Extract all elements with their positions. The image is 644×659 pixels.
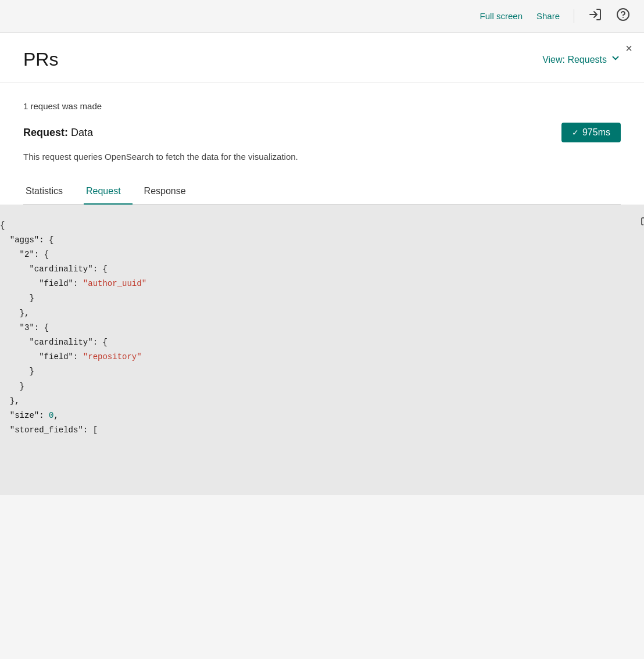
tabs: Statistics Request Response <box>23 180 621 205</box>
code-line: "3": { <box>0 321 632 335</box>
content: 1 request was made Request: Data ✓ 975ms… <box>0 83 644 205</box>
tab-request[interactable]: Request <box>84 180 133 205</box>
copy-icon[interactable] <box>641 215 644 238</box>
request-row: Request: Data ✓ 975ms <box>23 123 621 142</box>
share-link[interactable]: Share <box>536 11 560 21</box>
tab-statistics[interactable]: Statistics <box>23 180 74 205</box>
top-bar: Full screen Share <box>0 0 644 33</box>
code-line: "field": "repository" <box>0 350 632 364</box>
tab-response[interactable]: Response <box>142 180 198 205</box>
help-icon[interactable] <box>616 8 630 25</box>
request-label: Request: Data <box>23 127 93 139</box>
fullscreen-link[interactable]: Full screen <box>480 11 523 21</box>
request-description: This request queries OpenSearch to fetch… <box>23 151 621 164</box>
panel: PRs View: Requests × 1 request was made … <box>0 33 644 495</box>
request-count: 1 request was made <box>23 101 621 111</box>
chevron-down-icon <box>610 53 621 66</box>
code-block: { "aggs": { "2": { "cardinality": { "fie… <box>0 205 644 495</box>
login-icon[interactable] <box>588 8 602 25</box>
code-line: } <box>0 379 632 394</box>
code-line: "field": "author_uuid" <box>0 277 632 291</box>
code-line: }, <box>0 306 632 321</box>
code-line: { <box>0 219 632 233</box>
view-selector[interactable]: View: Requests <box>542 53 621 66</box>
code-line: "stored_fields": [ <box>0 423 632 438</box>
code-line: } <box>0 364 632 379</box>
string-value: "repository" <box>83 352 142 361</box>
code-line: "aggs": { <box>0 233 632 248</box>
code-line: "cardinality": { <box>0 262 632 277</box>
string-value: "author_uuid" <box>83 279 146 288</box>
page-title: PRs <box>23 49 58 70</box>
code-line: "2": { <box>0 248 632 262</box>
panel-header: PRs View: Requests × <box>0 33 644 83</box>
close-button[interactable]: × <box>625 42 632 55</box>
code-line: } <box>0 291 632 306</box>
status-badge: ✓ 975ms <box>561 123 621 142</box>
code-line: "size": 0, <box>0 409 632 423</box>
code-line: "cardinality": { <box>0 335 632 350</box>
top-bar-divider <box>574 9 574 23</box>
view-selector-label: View: Requests <box>542 55 607 65</box>
code-line: }, <box>0 394 632 409</box>
request-label-bold: Request: <box>23 127 68 138</box>
status-time: 975ms <box>582 127 610 138</box>
request-label-rest: Data <box>68 127 93 138</box>
check-icon: ✓ <box>572 128 579 137</box>
number-value: 0 <box>49 411 53 420</box>
